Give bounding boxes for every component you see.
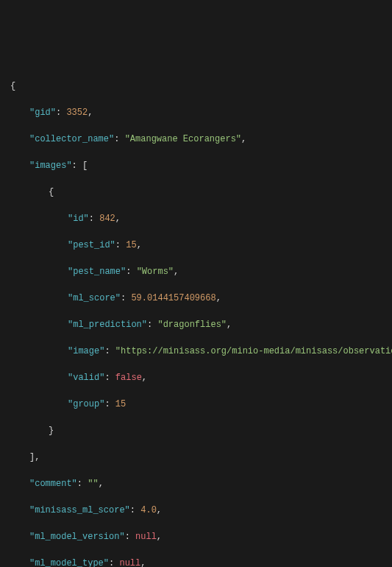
json-field: "ml_prediction": "dragonflies", <box>10 318 392 331</box>
json-field: "valid": false, <box>10 371 392 384</box>
json-field: "image": "https://minisass.org/minio-med… <box>10 345 392 358</box>
bracket-close: ], <box>10 451 392 464</box>
json-code-block: { "gid": 3352, "collector_name": "Amangw… <box>10 66 392 567</box>
json-field: "images": [ <box>10 159 392 172</box>
json-field: "gid": 3352, <box>10 106 392 119</box>
json-field: "group": 15 <box>10 398 392 411</box>
json-field: "ml_model_version": null, <box>10 530 392 543</box>
json-field: "id": 842, <box>10 212 392 225</box>
json-field: "minisass_ml_score": 4.0, <box>10 504 392 517</box>
json-field: "comment": "", <box>10 477 392 490</box>
json-field: "pest_id": 15, <box>10 239 392 252</box>
brace-close: } <box>10 424 392 437</box>
json-field: "ml_model_type": null, <box>10 557 392 567</box>
brace-open: { <box>10 80 392 93</box>
json-field: "pest_name": "Worms", <box>10 265 392 278</box>
brace-open: { <box>10 186 392 199</box>
json-field: "collector_name": "Amangwane Ecorangers"… <box>10 133 392 146</box>
json-field: "ml_score": 59.0144157409668, <box>10 292 392 305</box>
